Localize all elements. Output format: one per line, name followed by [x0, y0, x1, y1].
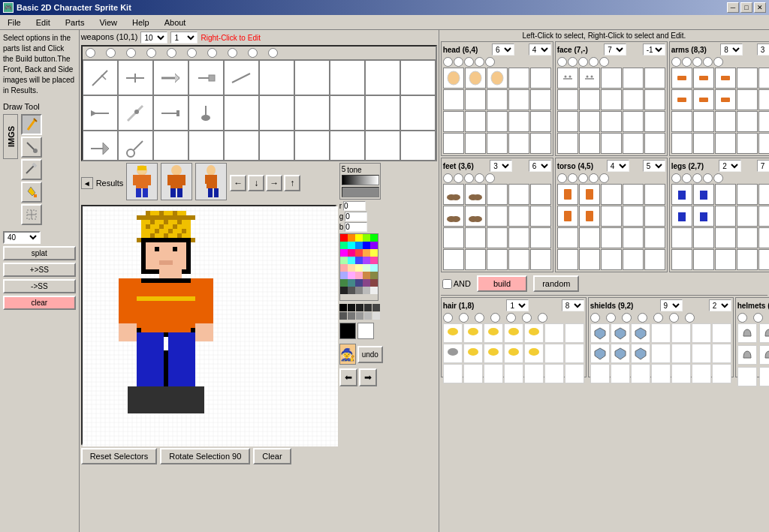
part-cell[interactable] — [644, 249, 665, 270]
weapon-cell-3-6[interactable] — [259, 131, 294, 161]
part-cell[interactable] — [737, 68, 758, 89]
part-cell[interactable] — [443, 206, 464, 227]
small-cell[interactable] — [504, 344, 523, 363]
weapon-cell-3-8[interactable] — [330, 131, 365, 161]
small-cell[interactable] — [759, 323, 769, 343]
shields-radio-1[interactable] — [590, 313, 600, 323]
part-cell[interactable] — [508, 133, 529, 154]
part-cell[interactable] — [579, 249, 600, 270]
weapon-cell-2-4[interactable] — [188, 95, 224, 131]
black-color[interactable] — [339, 323, 356, 339]
part-cell[interactable] — [557, 111, 578, 132]
b-input[interactable] — [345, 222, 367, 232]
menu-parts[interactable]: Parts — [61, 17, 89, 29]
part-cell[interactable] — [715, 111, 736, 132]
weapon-cell-2-9[interactable] — [365, 95, 400, 131]
part-cell[interactable] — [487, 89, 508, 110]
arms-radio-4[interactable] — [703, 57, 713, 67]
part-cell[interactable] — [601, 68, 622, 89]
part-cell[interactable] — [557, 133, 578, 154]
part-cell[interactable] — [758, 206, 769, 227]
legs-radio-5[interactable] — [713, 173, 723, 183]
weapon-cell-1-6[interactable] — [259, 60, 294, 95]
color-cell[interactable] — [363, 234, 370, 242]
weapon-radio-9[interactable] — [248, 48, 258, 58]
and-checkbox[interactable] — [442, 279, 452, 289]
part-cell[interactable] — [693, 206, 714, 227]
part-cell[interactable] — [530, 133, 551, 154]
part-cell[interactable] — [530, 227, 551, 248]
color-cell[interactable] — [355, 242, 363, 249]
part-cell[interactable] — [465, 206, 486, 227]
part-cell[interactable] — [557, 89, 578, 110]
part-cell[interactable] — [715, 206, 736, 227]
helmets-radio-2[interactable] — [753, 313, 763, 323]
arms-radio-3[interactable] — [692, 57, 702, 67]
arrow-down-button[interactable]: ↓ — [248, 175, 264, 191]
feet-radio-5[interactable] — [485, 173, 495, 183]
weapon-cell-1-9[interactable] — [365, 60, 400, 95]
gray-cell[interactable] — [364, 312, 372, 320]
weapon-radio-2[interactable] — [106, 48, 116, 58]
flip-left-button[interactable]: ⬅ — [339, 368, 357, 386]
part-cell[interactable] — [579, 184, 600, 205]
undo-button[interactable]: undo — [357, 346, 383, 363]
color-cell[interactable] — [355, 272, 363, 279]
feet-select-1[interactable]: 3 — [490, 160, 512, 172]
feet-radio-4[interactable] — [475, 173, 484, 183]
part-cell[interactable] — [671, 184, 692, 205]
gray-cell[interactable] — [339, 312, 347, 320]
small-cell[interactable] — [651, 364, 671, 383]
small-cell[interactable] — [590, 364, 610, 383]
color-cell[interactable] — [348, 257, 355, 264]
color-cell[interactable] — [348, 287, 355, 294]
part-cell[interactable] — [758, 68, 769, 89]
flip-right-button[interactable]: ➡ — [359, 368, 377, 386]
helmets-radio-1[interactable] — [737, 313, 747, 323]
feet-radio-2[interactable] — [454, 173, 463, 183]
shields-select-2[interactable]: 2 — [709, 299, 731, 311]
part-cell[interactable] — [487, 133, 508, 154]
part-cell[interactable] — [579, 206, 600, 227]
part-cell[interactable] — [579, 133, 600, 154]
minimize-button[interactable]: ─ — [727, 2, 739, 13]
small-cell[interactable] — [759, 345, 769, 365]
part-cell[interactable] — [671, 89, 692, 110]
head-radio-1[interactable] — [443, 57, 453, 67]
color-cell[interactable] — [348, 249, 355, 257]
head-radio-2[interactable] — [454, 57, 463, 67]
head-radio-5[interactable] — [485, 57, 495, 67]
part-cell[interactable] — [557, 184, 578, 205]
gray-cell[interactable] — [339, 304, 347, 311]
face-select-2[interactable]: -1 — [643, 44, 665, 56]
part-cell[interactable] — [601, 89, 622, 110]
gray-cell[interactable] — [364, 304, 372, 311]
small-cell[interactable] — [524, 364, 544, 383]
weapon-cell-2-8[interactable] — [330, 95, 365, 131]
part-cell[interactable] — [508, 227, 529, 248]
color-cell[interactable] — [348, 279, 355, 287]
weapon-radio-5[interactable] — [167, 48, 176, 58]
part-cell[interactable] — [758, 227, 769, 248]
part-cell[interactable] — [758, 133, 769, 154]
color-cell[interactable] — [340, 249, 348, 257]
weapon-cell-1-5[interactable] — [224, 60, 259, 95]
torso-radio-2[interactable] — [568, 173, 578, 183]
small-cell[interactable] — [524, 344, 544, 363]
small-cell[interactable] — [544, 323, 564, 343]
tone-slider[interactable] — [342, 175, 379, 185]
g-input[interactable] — [345, 212, 367, 221]
build-button[interactable]: build — [477, 275, 527, 292]
menu-help[interactable]: Help — [128, 17, 154, 29]
part-cell[interactable] — [737, 111, 758, 132]
gray-cell[interactable] — [348, 304, 355, 311]
small-cell[interactable] — [671, 344, 691, 363]
part-cell[interactable] — [443, 68, 464, 89]
color-cell[interactable] — [363, 287, 370, 294]
part-cell[interactable] — [671, 227, 692, 248]
small-cell[interactable] — [737, 323, 757, 343]
torso-radio-1[interactable] — [557, 173, 567, 183]
small-cell[interactable] — [712, 344, 731, 363]
part-cell[interactable] — [443, 89, 464, 110]
color-cell[interactable] — [370, 279, 378, 287]
